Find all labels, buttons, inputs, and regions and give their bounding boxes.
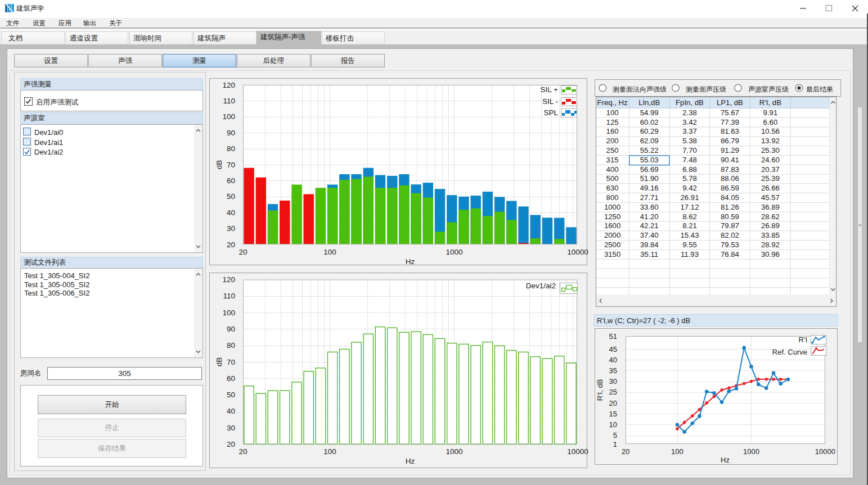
svg-text:13.92: 13.92: [761, 137, 780, 145]
svg-text:81.63: 81.63: [721, 127, 739, 135]
svg-text:10000: 10000: [815, 447, 835, 456]
svg-text:86.79: 86.79: [721, 137, 739, 145]
svg-text:Hz: Hz: [406, 257, 415, 266]
svg-text:41.20: 41.20: [640, 212, 659, 221]
svg-text:26.91: 26.91: [680, 193, 699, 202]
svg-text:100: 100: [222, 309, 235, 317]
svg-text:35: 35: [609, 366, 617, 375]
svg-text:Ref. Curve: Ref. Curve: [772, 348, 807, 356]
svg-text:55.22: 55.22: [640, 146, 659, 155]
svg-text:30: 30: [227, 224, 235, 233]
svg-text:5: 5: [613, 431, 617, 439]
svg-text:3.42: 3.42: [682, 118, 697, 126]
svg-text:33.60: 33.60: [640, 203, 659, 211]
svg-text:120: 120: [222, 275, 235, 284]
svg-text:3.37: 3.37: [682, 127, 697, 135]
svg-text:2000: 2000: [604, 231, 620, 239]
svg-text:8.21: 8.21: [682, 221, 697, 230]
svg-text:1000: 1000: [446, 248, 462, 256]
svg-text:10000: 10000: [567, 447, 588, 456]
svg-text:1600: 1600: [604, 221, 620, 230]
svg-text:91.29: 91.29: [721, 146, 739, 155]
svg-text:51: 51: [609, 332, 617, 341]
svg-text:45: 45: [609, 345, 617, 353]
svg-text:7.48: 7.48: [682, 156, 697, 164]
svg-text:80.59: 80.59: [721, 212, 739, 221]
svg-text:37.40: 37.40: [640, 231, 659, 239]
svg-text:1: 1: [613, 440, 617, 448]
svg-text:33.85: 33.85: [761, 231, 780, 239]
svg-text:26.89: 26.89: [761, 221, 780, 230]
svg-text:27.71: 27.71: [640, 193, 659, 202]
svg-text:100: 100: [323, 447, 336, 456]
svg-text:3150: 3150: [604, 250, 620, 259]
svg-text:50: 50: [227, 391, 235, 399]
svg-text:160: 160: [606, 127, 619, 135]
svg-text:10000: 10000: [567, 248, 588, 256]
svg-text:24.60: 24.60: [761, 156, 780, 164]
svg-text:51.90: 51.90: [640, 174, 659, 183]
svg-text:30.96: 30.96: [761, 250, 780, 259]
svg-text:36.89: 36.89: [761, 203, 780, 211]
svg-text:1000: 1000: [446, 447, 462, 456]
svg-text:56.69: 56.69: [640, 165, 659, 174]
svg-text:20: 20: [239, 248, 247, 256]
svg-text:2500: 2500: [604, 241, 620, 249]
svg-text:75.67: 75.67: [721, 108, 739, 117]
svg-text:62.09: 62.09: [640, 137, 659, 145]
svg-text:90: 90: [227, 129, 235, 137]
svg-text:20: 20: [227, 241, 235, 249]
svg-text:20: 20: [239, 447, 247, 456]
svg-text:125: 125: [606, 118, 619, 126]
svg-text:315: 315: [606, 156, 619, 164]
svg-text:82.02: 82.02: [721, 231, 739, 239]
svg-text:Freq., Hz: Freq., Hz: [597, 98, 627, 107]
svg-text:400: 400: [606, 165, 619, 174]
svg-text:15.43: 15.43: [680, 231, 699, 239]
svg-text:7.70: 7.70: [682, 146, 697, 155]
svg-text:17.12: 17.12: [680, 203, 699, 211]
svg-text:200: 200: [606, 137, 619, 145]
svg-text:80: 80: [227, 144, 235, 153]
svg-text:87.83: 87.83: [721, 165, 739, 174]
svg-text:Dev1/ai2: Dev1/ai2: [526, 282, 556, 290]
svg-text:9.91: 9.91: [763, 108, 778, 117]
svg-text:70: 70: [227, 358, 235, 366]
svg-text:SIL +: SIL +: [541, 85, 559, 94]
svg-text:1000: 1000: [743, 447, 759, 456]
svg-text:30: 30: [227, 424, 235, 432]
svg-text:84.05: 84.05: [721, 193, 739, 202]
svg-text:70: 70: [227, 161, 235, 169]
svg-text:5.78: 5.78: [682, 174, 697, 183]
svg-text:Hz: Hz: [406, 457, 415, 465]
svg-text:dB: dB: [215, 357, 223, 367]
svg-text:8.62: 8.62: [682, 212, 697, 221]
svg-text:40: 40: [227, 407, 235, 415]
svg-text:10: 10: [609, 420, 617, 429]
svg-text:20: 20: [227, 440, 235, 448]
svg-text:90.41: 90.41: [721, 156, 739, 164]
svg-text:30: 30: [609, 377, 617, 386]
svg-text:76.84: 76.84: [721, 250, 739, 259]
svg-text:R'I: R'I: [799, 336, 807, 344]
svg-text:250: 250: [606, 146, 619, 155]
svg-text:100: 100: [671, 447, 683, 456]
svg-text:FpIn, dB: FpIn, dB: [676, 98, 704, 107]
svg-text:6.88: 6.88: [682, 165, 697, 174]
svg-text:26.66: 26.66: [761, 184, 780, 192]
svg-text:LIn,dB: LIn,dB: [638, 98, 660, 107]
svg-text:60: 60: [227, 176, 235, 185]
svg-text:dB: dB: [215, 160, 223, 170]
svg-text:SPL: SPL: [543, 108, 558, 117]
svg-text:500: 500: [606, 174, 619, 183]
svg-text:45.57: 45.57: [761, 193, 780, 202]
svg-text:20: 20: [609, 399, 617, 407]
svg-text:79.87: 79.87: [721, 221, 739, 230]
svg-text:630: 630: [606, 184, 619, 192]
svg-text:60.02: 60.02: [640, 118, 659, 126]
svg-text:28.62: 28.62: [761, 212, 780, 221]
svg-text:39.84: 39.84: [640, 241, 659, 249]
svg-text:100: 100: [606, 108, 619, 117]
svg-text:1000: 1000: [604, 203, 620, 211]
svg-text:R'I, dB: R'I, dB: [759, 98, 781, 107]
